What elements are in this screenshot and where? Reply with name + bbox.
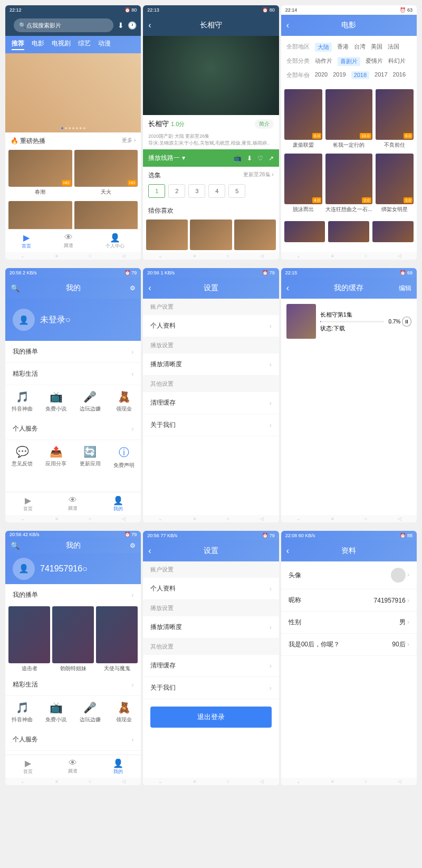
grid-item[interactable]: 🎵抖音神曲: [5, 701, 39, 723]
filter-opt[interactable]: 台湾: [354, 43, 366, 52]
nav-profile[interactable]: 👤个人中心: [106, 233, 124, 250]
heart-icon[interactable]: ♡: [257, 155, 263, 162]
nav-channel[interactable]: 👁频道: [64, 233, 73, 249]
tab-tv[interactable]: 电视剧: [52, 39, 71, 50]
search-input[interactable]: 🔍 点我搜索影片: [14, 18, 113, 32]
intro-button[interactable]: 简介: [255, 119, 274, 129]
download-icon[interactable]: ⬇: [247, 155, 252, 162]
download-icon[interactable]: ⬇: [118, 21, 124, 30]
gear-icon[interactable]: ⚙: [130, 542, 136, 549]
movie-item[interactable]: 4.0脱泳而出: [284, 154, 323, 215]
tab-movie[interactable]: 电影: [32, 39, 44, 50]
back-icon[interactable]: ‹: [286, 283, 289, 293]
grid-item[interactable]: 🎵抖音神曲: [5, 390, 39, 413]
grid-item[interactable]: 🧸领现金: [107, 390, 141, 413]
nav-channel[interactable]: 👁频道: [68, 758, 78, 775]
gender-row[interactable]: 性别男 ›: [281, 612, 417, 634]
grid-item[interactable]: 📺免费小说: [39, 701, 73, 723]
nav-me[interactable]: 👤我的: [113, 495, 123, 512]
grid-item[interactable]: 📤应用分享: [39, 445, 73, 469]
profile-area[interactable]: 👤741957916 ○: [5, 553, 141, 584]
filter-opt[interactable]: 法国: [388, 43, 399, 52]
edit-button[interactable]: 编辑: [399, 284, 411, 293]
download-item[interactable]: 长相守第1集状态:下载 0.7% ⏸: [281, 299, 417, 344]
filter-opt[interactable]: 爱情片: [366, 57, 383, 66]
profile-row[interactable]: 个人资料›: [143, 315, 279, 337]
age-row[interactable]: 我是00后，你呢？90后 ›: [281, 634, 417, 656]
profile-area[interactable]: 👤未登录 ○: [5, 299, 141, 341]
search-icon[interactable]: 🔍: [11, 284, 20, 292]
nav-home[interactable]: ▶首页: [22, 233, 31, 250]
filter-opt[interactable]: 2019: [333, 71, 346, 79]
filter-opt[interactable]: 科幻片: [388, 57, 406, 66]
tab-anime[interactable]: 动漫: [98, 39, 111, 50]
movie-item[interactable]: 2.0大连狂想曲之一石...: [325, 154, 372, 215]
playlist-item[interactable]: 天使与魔鬼: [96, 606, 138, 674]
nav-home[interactable]: ▶首页: [23, 758, 33, 775]
history-icon[interactable]: 🕐: [128, 21, 137, 30]
grid-item[interactable]: 🧸领现金: [107, 701, 141, 723]
back-icon[interactable]: ‹: [148, 283, 151, 293]
filter-opt[interactable]: 美国: [371, 43, 382, 52]
quality-row[interactable]: 播放清晰度›: [143, 616, 279, 638]
filter-opt[interactable]: 2016: [393, 71, 406, 79]
filter-opt[interactable]: 动作片: [315, 57, 332, 66]
playlist-row[interactable]: 我的播单›: [5, 341, 141, 363]
video-player[interactable]: [143, 36, 279, 115]
share-icon[interactable]: ↗: [268, 155, 274, 162]
poster-item[interactable]: HD春潮: [8, 150, 72, 199]
logout-button[interactable]: 退出登录: [150, 707, 271, 728]
grid-item[interactable]: 📺免费小说: [39, 390, 73, 413]
back-icon[interactable]: ‹: [148, 21, 151, 30]
movie-item[interactable]: 3.0绑架女明星: [376, 154, 414, 215]
back-icon[interactable]: ‹: [148, 546, 151, 556]
nav-home[interactable]: ▶首页: [23, 495, 33, 512]
search-icon[interactable]: 🔍: [11, 541, 20, 550]
back-icon[interactable]: ‹: [286, 546, 289, 556]
episode-btn[interactable]: 2: [168, 184, 185, 198]
poster-item[interactable]: HD天火: [74, 150, 138, 199]
home-header: 🔍 点我搜索影片 ⬇ 🕐: [5, 15, 141, 36]
movie-item[interactable]: 8.0不良前任: [376, 89, 414, 150]
nickname-row[interactable]: 昵称741957916 ›: [281, 589, 417, 612]
pause-icon[interactable]: ⏸: [402, 317, 411, 327]
nav-me[interactable]: 👤我的: [113, 758, 123, 775]
clear-row[interactable]: 清理缓存›: [143, 392, 279, 414]
quality-row[interactable]: 播放清晰度›: [143, 354, 279, 376]
episode-btn[interactable]: 5: [228, 184, 245, 198]
grid-item[interactable]: 🔄更新应用: [73, 445, 107, 469]
playlist-item[interactable]: 追击者: [8, 606, 50, 674]
grid-item[interactable]: 🎤边玩边赚: [73, 390, 107, 413]
about-row[interactable]: 关于我们›: [143, 414, 279, 436]
episode-btn[interactable]: 1: [148, 184, 165, 198]
episode-btn[interactable]: 3: [188, 184, 205, 198]
nav-channel[interactable]: 👁频道: [68, 495, 78, 512]
playback-line[interactable]: 播放线路一 ▾📺⬇♡↗: [143, 149, 279, 167]
filter-opt[interactable]: 大陆: [315, 43, 332, 52]
page-title: 长相守: [200, 21, 222, 30]
playlist-item[interactable]: 勃朗特姐妹: [52, 606, 94, 674]
avatar-row[interactable]: 头像 ›: [281, 561, 417, 589]
tab-variety[interactable]: 综艺: [78, 39, 91, 50]
grid-item[interactable]: 🎤边玩边赚: [73, 701, 107, 723]
filter-opt[interactable]: 2018: [351, 71, 369, 79]
settings-header: ‹设置: [143, 540, 279, 561]
gear-icon[interactable]: ⚙: [130, 284, 136, 292]
movie-item[interactable]: 8.0废柴联盟: [284, 89, 323, 150]
clear-row[interactable]: 清理缓存›: [143, 655, 279, 677]
more-link[interactable]: 更多 ›: [122, 137, 136, 146]
grid-item[interactable]: ⓘ免费声明: [107, 445, 141, 469]
movie-item[interactable]: 10.0爸我一定行的: [325, 89, 372, 150]
filter-opt[interactable]: 2017: [375, 71, 387, 79]
carousel-banner[interactable]: [5, 53, 141, 132]
filter-opt[interactable]: 香港: [337, 43, 349, 52]
about-row[interactable]: 关于我们›: [143, 677, 279, 699]
cast-icon[interactable]: 📺: [234, 155, 242, 162]
filter-opt[interactable]: 2020: [315, 71, 328, 79]
filter-opt[interactable]: 喜剧片: [338, 57, 360, 66]
episode-btn[interactable]: 4: [208, 184, 225, 198]
back-icon[interactable]: ‹: [286, 21, 289, 30]
grid-item[interactable]: 💬意见反馈: [5, 445, 39, 469]
profile-row[interactable]: 个人资料›: [143, 578, 279, 600]
tab-recommend[interactable]: 推荐: [12, 39, 24, 50]
